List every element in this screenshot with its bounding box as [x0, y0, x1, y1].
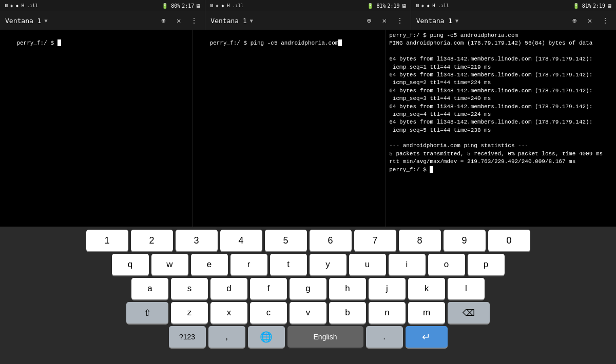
dropdown-icon-3[interactable]: ▼ — [455, 18, 458, 24]
extra-icon-2: 🖥 — [401, 3, 407, 9]
key-u[interactable]: u — [349, 254, 386, 275]
key-x[interactable]: x — [210, 302, 247, 323]
key-3[interactable]: 3 — [176, 230, 218, 251]
key-w[interactable]: w — [151, 254, 188, 275]
tab-actions-1: ⊕ ✕ ⋮ — [158, 15, 200, 26]
more-options-button-3[interactable]: ⋮ — [600, 15, 611, 26]
key-g[interactable]: g — [290, 278, 326, 299]
tab-title-3: Ventana 1 — [416, 17, 452, 25]
tab-actions-2: ⊕ ✕ ⋮ — [363, 15, 406, 26]
time-1: 2:17 — [182, 3, 194, 9]
keyboard-row-numbers: 1 2 3 4 5 6 7 8 9 0 — [2, 230, 614, 251]
battery-1: 🔋 80% — [162, 3, 180, 9]
key-h[interactable]: h — [329, 278, 366, 299]
key-d[interactable]: d — [210, 278, 247, 299]
signal-icons-3: ◈ ◆ H .ıll — [421, 3, 449, 8]
dot-key[interactable]: . — [366, 326, 403, 348]
key-a[interactable]: a — [131, 278, 168, 299]
more-options-button-1[interactable]: ⋮ — [188, 15, 200, 26]
time-3: 2:19 — [593, 3, 605, 9]
backspace-key[interactable]: ⌫ — [448, 302, 490, 323]
key-k[interactable]: k — [408, 278, 445, 299]
key-c[interactable]: c — [250, 302, 287, 323]
tab-actions-3: ⊕ ✕ ⋮ — [569, 15, 611, 26]
status-right-3: 🔋 81% 2:19 🖥 — [573, 3, 612, 9]
terminal-content-1: perry_f:/ $ — [16, 40, 57, 46]
window-tab-2[interactable]: Ventana 1 ▼ ⊕ ✕ ⋮ — [205, 11, 411, 30]
key-6[interactable]: 6 — [310, 230, 352, 251]
key-o[interactable]: o — [428, 254, 465, 275]
key-8[interactable]: 8 — [399, 230, 441, 251]
status-left-3: 🖥 ◈ ◆ H .ıll — [415, 3, 449, 8]
tab-title-area-1: Ventana 1 ▼ — [5, 17, 47, 25]
key-5[interactable]: 5 — [265, 230, 307, 251]
comma-key[interactable]: , — [208, 326, 245, 348]
shift-key[interactable]: ⇧ — [126, 302, 168, 323]
key-i[interactable]: i — [389, 254, 426, 275]
key-q[interactable]: q — [112, 254, 149, 275]
keyboard-row-qwerty: q w e r t y u i o p — [2, 254, 614, 275]
keyboard-row-asdf: a s d f g h j k l — [2, 278, 614, 299]
key-j[interactable]: j — [369, 278, 406, 299]
key-e[interactable]: e — [191, 254, 228, 275]
key-t[interactable]: t — [270, 254, 307, 275]
close-tab-button-2[interactable]: ✕ — [379, 15, 390, 26]
battery-2: 🔋 81% — [367, 3, 386, 9]
cursor-3 — [430, 166, 433, 173]
terminal-pane-3[interactable]: perry_f:/ $ ping -c5 androidphoria.com P… — [386, 30, 616, 227]
terminal-area: perry_f:/ $ perry_f:/ $ ping -c5 android… — [0, 30, 616, 227]
key-s[interactable]: s — [171, 278, 208, 299]
key-7[interactable]: 7 — [354, 230, 396, 251]
key-p[interactable]: p — [468, 254, 505, 275]
status-left-2: 🖥 ◈ ◆ H .ıll — [209, 3, 243, 8]
key-l[interactable]: l — [448, 278, 485, 299]
battery-3: 🔋 81% — [573, 3, 591, 9]
key-n[interactable]: n — [369, 302, 406, 323]
return-key[interactable]: ↵ — [406, 326, 448, 348]
key-v[interactable]: v — [290, 302, 326, 323]
key-z[interactable]: z — [171, 302, 208, 323]
add-tab-button-2[interactable]: ⊕ — [363, 15, 375, 26]
cursor-1 — [57, 39, 61, 46]
key-y[interactable]: y — [310, 254, 346, 275]
screen-icon-3: 🖥 — [415, 3, 420, 8]
globe-key[interactable]: 🌐 — [248, 326, 285, 348]
key-0[interactable]: 0 — [488, 230, 530, 251]
terminal-pane-2[interactable]: perry_f:/ $ ping -c5 androidphoria.com — [193, 30, 386, 227]
extra-icon-1: 🖥 — [196, 3, 201, 9]
dropdown-icon-2[interactable]: ▼ — [250, 18, 253, 24]
add-tab-button-3[interactable]: ⊕ — [569, 15, 580, 26]
screen-icon-2: 🖥 — [209, 3, 214, 8]
window-tab-3[interactable]: Ventana 1 ▼ ⊕ ✕ ⋮ — [411, 11, 616, 30]
key-b[interactable]: b — [329, 302, 366, 323]
keyboard-row-zxcv: ⇧ z x c v b n m ⌫ — [2, 302, 614, 323]
close-tab-button-1[interactable]: ✕ — [173, 15, 184, 26]
window-tabs: Ventana 1 ▼ ⊕ ✕ ⋮ Ventana 1 ▼ ⊕ ✕ ⋮ Vent… — [0, 11, 616, 30]
status-right-1: 🔋 80% 2:17 🖥 — [162, 3, 201, 9]
key-2[interactable]: 2 — [131, 230, 173, 251]
terminal-pane-1[interactable]: perry_f:/ $ — [0, 30, 193, 227]
keyboard-row-bottom: ?123 , 🌐 English . ↵ — [2, 326, 614, 348]
key-m[interactable]: m — [408, 302, 445, 323]
status-bar-2: 🖥 ◈ ◆ H .ıll 🔋 81% 2:19 🖥 — [205, 0, 411, 11]
dropdown-icon-1[interactable]: ▼ — [44, 18, 47, 24]
keyboard: 1 2 3 4 5 6 7 8 9 0 q w e r t y u i o p … — [0, 227, 616, 364]
key-1[interactable]: 1 — [86, 230, 128, 251]
status-bar-1: 🖥 ◈ ◆ H .ıll 🔋 80% 2:17 🖥 — [0, 0, 205, 11]
key-9[interactable]: 9 — [444, 230, 486, 251]
more-options-button-2[interactable]: ⋮ — [394, 15, 406, 26]
close-tab-button-3[interactable]: ✕ — [584, 15, 595, 26]
key-r[interactable]: r — [230, 254, 267, 275]
key-f[interactable]: f — [250, 278, 287, 299]
signal-icons-2: ◈ ◆ H .ıll — [216, 3, 243, 8]
window-tab-1[interactable]: Ventana 1 ▼ ⊕ ✕ ⋮ — [0, 11, 205, 30]
num-switch-key[interactable]: ?123 — [169, 326, 206, 348]
status-bar-3: 🖥 ◈ ◆ H .ıll 🔋 81% 2:19 🖥 — [411, 0, 616, 11]
status-right-2: 🔋 81% 2:19 🖥 — [367, 3, 406, 9]
tab-title-1: Ventana 1 — [5, 17, 41, 25]
key-4[interactable]: 4 — [220, 230, 262, 251]
extra-icon-3: 🖥 — [607, 3, 612, 9]
add-tab-button-1[interactable]: ⊕ — [158, 15, 169, 26]
language-key[interactable]: English — [287, 326, 363, 348]
terminal-content-3: perry_f:/ $ ping -c5 androidphoria.com P… — [389, 32, 603, 173]
